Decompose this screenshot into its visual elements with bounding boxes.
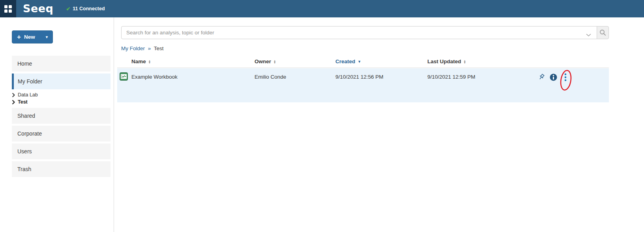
kebab-menu-icon — [564, 73, 567, 81]
column-header-last-updated[interactable]: Last Updated ▲▼ — [427, 58, 466, 64]
row-menu-kebab-button[interactable] — [563, 73, 568, 83]
sidebar-item-label: Users — [17, 148, 32, 155]
sort-icon: ▲▼ — [148, 60, 151, 64]
row-last-updated: 9/10/2021 12:59 PM — [427, 74, 476, 80]
sidebar-item-corporate[interactable]: Corporate — [12, 126, 110, 141]
sidebar-item-label: Shared — [17, 113, 35, 119]
sidebar-item-label: Corporate — [17, 130, 42, 137]
tree-item-test[interactable]: Test — [12, 98, 110, 106]
sidebar-item-label: Trash — [17, 166, 31, 172]
info-button[interactable] — [550, 74, 557, 83]
caret-down-icon[interactable]: ▾ — [43, 35, 48, 39]
column-header-name[interactable]: Name ▲▼ — [131, 58, 151, 64]
workbook-icon — [120, 72, 128, 82]
check-icon: ✔ — [66, 6, 70, 12]
info-icon — [550, 74, 557, 81]
sidebar-item-label: Home — [17, 60, 32, 67]
search-button[interactable] — [597, 26, 609, 39]
tree-item-label: Test — [18, 99, 28, 105]
search-input[interactable] — [121, 26, 597, 39]
column-header-owner[interactable]: Owner ▲▼ — [255, 58, 276, 64]
sort-desc-icon: ▼ — [358, 60, 361, 64]
chevron-right-icon — [12, 93, 15, 97]
table-row[interactable]: Example Workbook Emilio Conde 9/10/2021 … — [117, 68, 609, 102]
grid-icon — [4, 5, 12, 13]
tree-item-data-lab[interactable]: Data Lab — [12, 91, 110, 98]
new-button-label: New — [24, 34, 35, 40]
sort-icon: ▲▼ — [273, 60, 276, 64]
sidebar-item-trash[interactable]: Trash — [12, 161, 110, 177]
main-content: My Folder » Test Name ▲▼ Owner ▲▼ Create… — [117, 17, 609, 232]
sidebar: + New ▾ Home My Folder Data Lab Test — [0, 17, 114, 232]
row-name: Example Workbook — [131, 74, 178, 80]
breadcrumb: My Folder » Test — [121, 45, 164, 51]
top-navbar: Seeq ✔ 11 Connected — [0, 0, 644, 17]
seeq-logo[interactable]: Seeq — [23, 0, 53, 17]
column-header-created[interactable]: Created ▼ — [335, 58, 361, 64]
plus-icon: + — [17, 34, 21, 40]
sidebar-item-home[interactable]: Home — [12, 56, 110, 72]
breadcrumb-parent-link[interactable]: My Folder — [121, 45, 145, 51]
sidebar-nav: Home My Folder Data Lab Test Shared Co — [12, 56, 110, 179]
connection-status[interactable]: ✔ 11 Connected — [66, 6, 105, 12]
sidebar-item-shared[interactable]: Shared — [12, 108, 110, 124]
connection-status-label: 11 Connected — [73, 6, 105, 11]
search-bar — [121, 26, 609, 39]
folder-tree: Data Lab Test — [12, 91, 110, 106]
row-created: 9/10/2021 12:56 PM — [335, 74, 384, 80]
app-switcher-button[interactable] — [0, 0, 16, 17]
sidebar-item-label: My Folder — [18, 78, 42, 85]
breadcrumb-current: Test — [154, 45, 164, 51]
pin-icon — [538, 74, 545, 81]
search-icon — [599, 29, 606, 36]
breadcrumb-separator: » — [148, 45, 151, 51]
row-owner: Emilio Conde — [255, 74, 286, 80]
tree-item-label: Data Lab — [18, 92, 38, 98]
table-header: Name ▲▼ Owner ▲▼ Created ▼ Last Updated … — [117, 58, 609, 68]
new-button[interactable]: + New ▾ — [12, 30, 53, 43]
pin-button[interactable] — [538, 74, 545, 82]
sidebar-item-my-folder[interactable]: My Folder — [12, 74, 110, 89]
sidebar-item-users[interactable]: Users — [12, 143, 110, 159]
sort-icon: ▲▼ — [464, 60, 466, 64]
chevron-right-icon — [12, 100, 15, 104]
